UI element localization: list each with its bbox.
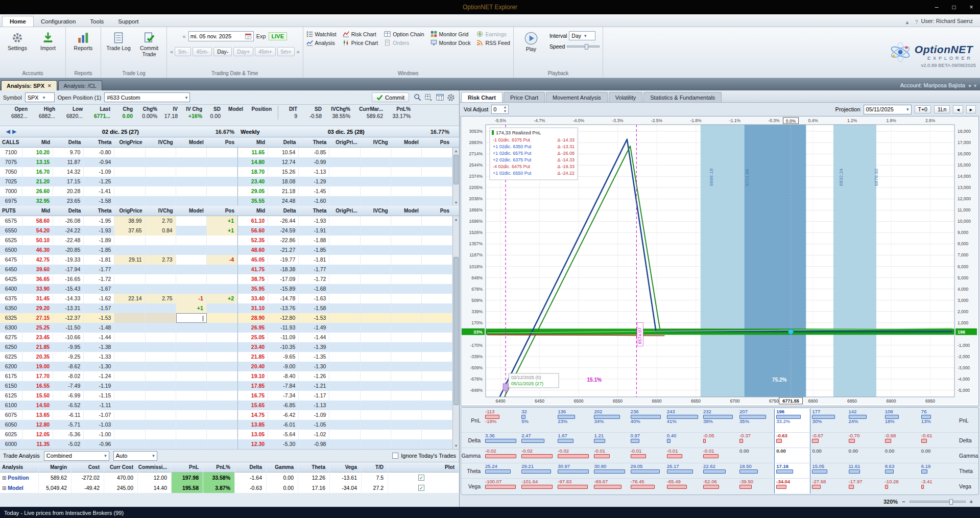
chain-cell[interactable]: -17.94 [53,265,84,274]
chain-cell[interactable]: -1.60 [299,196,329,206]
chain-cell[interactable] [422,323,452,333]
chain-cell[interactable]: -11.93 [268,323,299,333]
next-projection-icon[interactable]: ▸ [966,105,976,113]
chain-cell[interactable]: -1.24 [84,371,114,381]
chain-cell[interactable]: 14.80 [237,157,268,167]
search-plus-icon[interactable] [412,92,422,103]
chain-cell[interactable] [176,186,207,196]
chain-cell[interactable] [114,196,145,206]
chain-cell[interactable]: -5.02 [53,439,84,449]
time-step-button[interactable]: 45m- [193,47,212,56]
chart-tab-volatility[interactable]: Volatility [609,92,642,102]
chain-cell[interactable] [329,439,360,449]
layout-icon[interactable] [435,92,445,103]
chain-row[interactable]: 607513.65-6.11-1.0714.75-6.42-1.09 [0,410,452,420]
chain-cell[interactable]: -15.43 [53,284,84,294]
chain-cell[interactable]: -1.30 [299,362,329,371]
projection-date-select[interactable]: 05/11/2025▾ [864,105,912,114]
chain-cell[interactable] [146,148,176,157]
chain-cell[interactable] [422,294,452,303]
chain-cell[interactable] [422,148,452,157]
chain-cell[interactable]: 61.10 [237,216,268,226]
column-header[interactable]: IVChg [361,139,391,145]
chain-row[interactable]: 632527.15-12.37-1.5328.90-12.80-1.53 [0,313,452,323]
chain-cell[interactable] [207,410,237,420]
chain-row[interactable]: 617517.70-8.02-1.2419.10-8.40-1.26 [0,371,452,381]
chain-cell[interactable]: -11.09 [268,333,299,342]
chain-cell[interactable]: 20.28 [53,186,84,196]
scroll-up-icon[interactable]: ▲ [453,216,459,223]
chain-row[interactable]: 647542.75-19.33-1.8129.112.73-445.05-19.… [0,255,452,265]
chain-cell[interactable] [207,439,237,449]
chain-row[interactable]: 612515.50-6.99-1.1516.75-7.34-1.17 [0,391,452,401]
window-toggle-earnings[interactable]: $Earnings [476,31,510,37]
chain-cell[interactable]: -1.00 [84,430,114,439]
time-step-button[interactable]: Day+ [233,47,253,56]
doc-tab[interactable]: Analysis: SPX✕ [1,80,57,90]
chain-cell[interactable] [114,245,145,255]
steps-back-icon[interactable]: « [170,49,173,55]
chain-cell[interactable]: 23.45 [22,333,53,342]
chain-cell[interactable]: 9.70 [53,148,84,157]
chain-cell[interactable] [176,410,207,420]
chain-cell[interactable] [329,371,360,381]
chain-cell[interactable] [146,265,176,274]
chain-cell[interactable] [146,177,176,186]
chain-cell[interactable]: 15.50 [22,391,53,401]
chain-cell[interactable]: -9.00 [268,362,299,371]
chain-cell[interactable]: 45.05 [237,255,268,265]
column-header[interactable]: OrigPrice [114,139,145,145]
chain-cell[interactable] [391,226,422,236]
chain-cell[interactable]: -1.03 [84,420,114,430]
chain-cell[interactable]: -7.49 [53,381,84,391]
chain-cell[interactable]: -0.96 [84,439,114,449]
chain-cell[interactable] [329,148,360,157]
chain-cell[interactable] [329,391,360,401]
chain-cell[interactable]: 11.35 [22,439,53,449]
window-toggle-price-chart[interactable]: Price Chart [343,39,378,46]
expiry-header-2[interactable]: Weekly03 dic. 25 (28)16.77% [237,129,452,135]
chain-cell[interactable] [176,216,207,226]
chain-cell[interactable]: 31.10 [237,303,268,313]
chain-cell[interactable] [176,439,207,449]
help-icon[interactable]: ? [912,18,921,27]
chain-cell[interactable]: -4 [207,255,237,265]
export-grid-icon[interactable] [423,92,434,103]
chain-cell[interactable] [114,439,145,449]
chain-cell[interactable] [329,430,360,439]
chain-cell[interactable]: 42.75 [22,255,53,265]
window-toggle-monitor-grid[interactable]: Monitor Grid [431,31,471,37]
chain-cell[interactable]: 32.95 [22,196,53,206]
chain-cell[interactable] [207,303,237,313]
chain-cell[interactable] [361,352,391,362]
chain-cell[interactable] [176,245,207,255]
column-header[interactable]: Mid [237,208,268,214]
chain-cell[interactable]: 35.95 [237,284,268,294]
chain-cell[interactable] [207,352,237,362]
chain-cell[interactable]: 54.20 [22,226,53,236]
chain-cell[interactable] [207,420,237,430]
chain-cell[interactable] [422,216,452,226]
column-header[interactable]: Pos [207,139,237,145]
menu-tab-home[interactable]: Home [2,16,34,27]
commit-button[interactable]: Commit [372,92,409,102]
chain-cell[interactable] [329,284,360,294]
chain-cell[interactable]: -1.77 [84,265,114,274]
chain-cell[interactable] [114,430,145,439]
chain-cell[interactable] [391,177,422,186]
scroll-down-icon[interactable]: ▼ [453,199,459,206]
chain-cell[interactable]: -0.94 [84,157,114,167]
chain-cell[interactable] [422,362,452,371]
chain-cell[interactable]: 26.95 [237,323,268,333]
chain-cell[interactable] [207,430,237,439]
chain-cell[interactable]: -1.93 [299,216,329,226]
window-toggle-analysis[interactable]: Analysis [306,39,337,46]
chain-row[interactable]: 642536.65-16.65-1.7238.75-17.09-1.72 [0,274,452,284]
chain-cell[interactable] [361,401,391,410]
chain-cell[interactable] [361,313,391,323]
column-header[interactable]: Delta [268,208,299,214]
chain-cell[interactable] [361,255,391,265]
chain-cell[interactable]: 14.75 [237,410,268,420]
column-header[interactable]: Delta [268,139,299,145]
chain-cell[interactable] [391,439,422,449]
